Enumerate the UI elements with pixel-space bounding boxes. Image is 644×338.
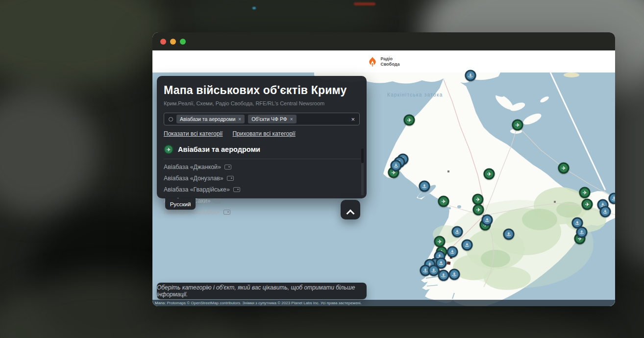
map-marker-anchor[interactable]: ⚓	[447, 246, 458, 258]
map-marker-plane[interactable]: ✈	[582, 199, 593, 210]
hide-all-categories-link[interactable]: Приховати всі категорії	[232, 130, 295, 137]
collapse-panel-button[interactable]	[341, 200, 360, 219]
map-marker-plane[interactable]: ✈	[472, 194, 484, 205]
category-links: Показати всі категорії Приховати всі кат…	[164, 130, 360, 137]
panel-scrollbar[interactable]	[361, 148, 364, 195]
category-filter-input[interactable]: Авіабази та аеродроми×Об'єкти ЧФ РФ× ×	[164, 113, 360, 125]
map-marker-plane[interactable]: ✈	[558, 163, 570, 174]
map-marker-anchor[interactable]: ⚓	[465, 70, 476, 81]
chevron-up-icon	[347, 210, 355, 218]
map-marker-anchor[interactable]: ⚓	[609, 193, 616, 204]
photo-icon	[214, 198, 221, 203]
info-panel: Мапа військових об'єктів Криму Крим.Реал…	[157, 76, 367, 198]
photo-icon	[227, 176, 234, 181]
radio-svoboda-torch-icon	[368, 56, 377, 67]
hint-text: Оберіть категорію і об'єкт, який вас цік…	[157, 284, 367, 298]
map-marker-plane[interactable]: ✈	[404, 115, 415, 126]
map-marker-anchor[interactable]: ⚓	[600, 206, 611, 217]
category-header[interactable]: ✈ Авіабази та аеродроми	[164, 145, 361, 159]
airbase-category-icon: ✈	[164, 145, 173, 154]
map-marker-anchor[interactable]: ⚓	[482, 215, 493, 226]
map-marker-plane[interactable]: ✈	[438, 196, 449, 207]
airbase-list-item[interactable]: Авіабаза «Гвардійське»	[164, 186, 360, 193]
panel-scrollbar-thumb[interactable]	[361, 148, 364, 163]
maximize-window-button[interactable]	[180, 39, 186, 45]
close-window-button[interactable]	[160, 39, 166, 45]
page-subtitle: Крим.Реалії, Схеми, Радіо Свобода, RFE/R…	[164, 100, 360, 106]
map-marker-plane[interactable]: ✈	[434, 236, 446, 247]
map-marker-plane[interactable]: ✈	[512, 120, 523, 131]
filter-chips: Авіабази та аеродроми×Об'єкти ЧФ РФ×	[176, 115, 297, 123]
app-window: Радіо Свобода	[152, 32, 615, 306]
map-marker-anchor[interactable]: ⚓	[419, 181, 430, 192]
map-marker-anchor[interactable]: ⚓	[391, 160, 402, 171]
map-marker-anchor[interactable]: ⚓	[449, 269, 460, 280]
site-header: Радіо Свобода	[152, 50, 615, 72]
minimize-window-button[interactable]	[170, 39, 176, 45]
hint-bar: Оберіть категорію і об'єкт, який вас цік…	[157, 283, 367, 299]
map-marker-anchor[interactable]: ⚓	[576, 227, 588, 238]
map-marker-anchor[interactable]: ⚓	[452, 226, 463, 238]
filter-chip[interactable]: Авіабази та аеродроми×	[176, 115, 245, 123]
map-marker-anchor[interactable]: ⚓	[503, 229, 515, 240]
category-label: Авіабази та аеродроми	[178, 145, 260, 153]
map-marker-anchor[interactable]: ⚓	[438, 270, 449, 281]
brand-name: Радіо Свобода	[380, 56, 399, 67]
map-marker-anchor[interactable]: ⚓	[462, 240, 473, 251]
remove-chip-icon[interactable]: ×	[290, 117, 293, 122]
photo-icon	[223, 210, 230, 215]
map-marker-plane[interactable]: ✈	[473, 204, 484, 216]
window-titlebar	[152, 32, 615, 50]
photo-icon	[224, 165, 231, 169]
airbase-list-item[interactable]: Авіабаза «Джанкой»	[164, 164, 360, 170]
photo-icon	[233, 187, 240, 192]
map-marker-plane[interactable]: ✈	[484, 169, 495, 180]
remove-chip-icon[interactable]: ×	[238, 117, 241, 122]
show-all-categories-link[interactable]: Показати всі категорії	[164, 130, 223, 137]
airbase-list-item[interactable]: Авіабаза «Бельбек»	[164, 209, 360, 216]
page-title: Мапа військових об'єктів Криму	[164, 84, 360, 97]
map-marker-plane[interactable]: ✈	[579, 187, 591, 198]
airbase-list-item[interactable]: Авіабаза «Донузлав»	[164, 175, 360, 182]
map-attribution: Мапа: Protomaps © OpenStreetMap contribu…	[152, 300, 615, 306]
search-icon	[169, 117, 173, 121]
clear-filters-icon[interactable]: ×	[351, 116, 355, 123]
language-toggle-button[interactable]: Русский	[165, 198, 196, 210]
filter-chip[interactable]: Об'єкти ЧФ РФ×	[248, 115, 296, 123]
